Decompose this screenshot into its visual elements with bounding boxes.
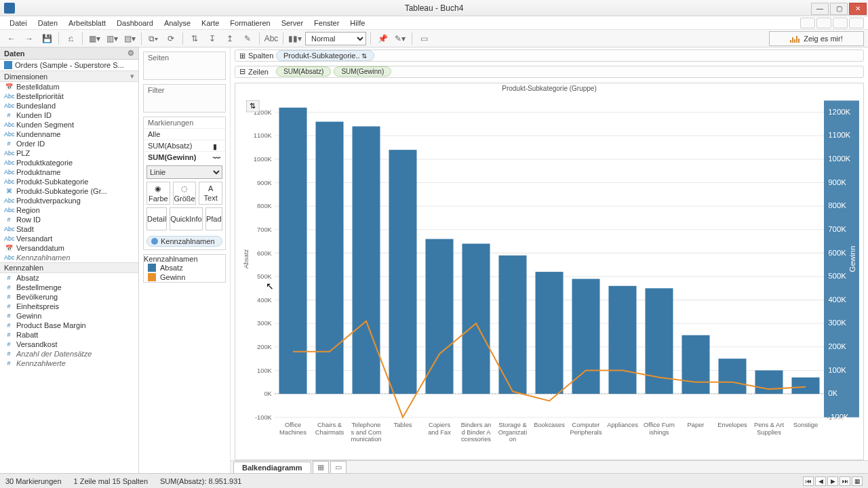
- field-product-base-margin[interactable]: #Product Base Margin: [0, 321, 138, 330]
- marks-absatz[interactable]: SUM(Absatz)▮: [144, 140, 225, 151]
- mark-type-select[interactable]: Linie: [146, 165, 222, 179]
- present-button[interactable]: ▭: [416, 32, 431, 45]
- field-bestelldatum[interactable]: 📅Bestelldatum: [0, 82, 138, 92]
- menu-daten[interactable]: Daten: [33, 18, 63, 28]
- pages-shelf[interactable]: Seiten: [143, 52, 226, 80]
- filter-shelf[interactable]: Filter: [143, 84, 226, 113]
- field-row-id[interactable]: #Row ID: [0, 215, 138, 224]
- maximize-button[interactable]: ▢: [830, 3, 848, 15]
- rows-pill-absatz[interactable]: SUM(Absatz): [276, 66, 331, 77]
- group-button[interactable]: ▮▮▾: [288, 32, 302, 45]
- highlight-button[interactable]: ✎: [240, 32, 255, 45]
- new-ws-button[interactable]: ▥▾: [104, 32, 119, 45]
- marks-all[interactable]: Alle: [144, 128, 225, 140]
- menu-formatieren[interactable]: Formatieren: [224, 18, 275, 28]
- num-icon: #: [4, 284, 14, 291]
- field-versandkost[interactable]: #Versandkost: [0, 340, 138, 349]
- sort-desc-button[interactable]: ↥: [222, 32, 237, 45]
- field-kennzahlwerte[interactable]: #Kennzahlwerte: [0, 359, 138, 368]
- new-db-button[interactable]: ▤▾: [122, 32, 137, 45]
- field-region[interactable]: AbcRegion: [0, 205, 138, 215]
- show-me-button[interactable]: Zeig es mir!: [769, 31, 864, 46]
- tooltip-card[interactable]: QuickInfo: [170, 207, 202, 230]
- field-bestellpriorit-t[interactable]: AbcBestellpriorität: [0, 92, 138, 101]
- new-dashboard-button[interactable]: ▭: [330, 461, 347, 473]
- field-stadt[interactable]: AbcStadt: [0, 224, 138, 234]
- menu-analyse[interactable]: Analyse: [159, 18, 196, 28]
- menu-datei[interactable]: Datei: [4, 18, 33, 28]
- field-versandart[interactable]: AbcVersandart: [0, 234, 138, 243]
- nav-prev[interactable]: ◀: [815, 476, 826, 486]
- close-button[interactable]: ✕: [849, 3, 867, 15]
- marks-gewinn[interactable]: SUM(Gewinn)〰: [144, 151, 225, 163]
- field-kennzahlnamen[interactable]: AbcKennzahlnamen: [0, 253, 138, 262]
- num-icon: #: [4, 140, 14, 147]
- color-pill[interactable]: Kennzahlnamen: [146, 236, 222, 247]
- path-card[interactable]: Pfad: [205, 207, 222, 230]
- help-icon-1[interactable]: [800, 18, 815, 28]
- sort-asc-button[interactable]: ↧: [205, 32, 220, 45]
- chart[interactable]: Produkt-Subkategorie (Gruppe) 1200K1200K…: [235, 83, 864, 460]
- menu-hilfe[interactable]: Hilfe: [344, 18, 370, 28]
- help-icon-4[interactable]: [849, 18, 864, 28]
- back-button[interactable]: ←: [4, 32, 19, 45]
- size-card[interactable]: ◌Größe: [173, 182, 197, 205]
- gear-icon[interactable]: ⚙: [127, 49, 134, 58]
- field-kunden-id[interactable]: #Kunden ID: [0, 110, 138, 120]
- menu-fenster[interactable]: Fenster: [309, 18, 344, 28]
- menu-karte[interactable]: Karte: [196, 18, 224, 28]
- save-button[interactable]: 💾: [39, 32, 54, 45]
- worksheet-button[interactable]: ✎▾: [393, 32, 408, 45]
- field-versanddatum[interactable]: 📅Versanddatum: [0, 243, 138, 253]
- field-produktname[interactable]: AbcProduktname: [0, 167, 138, 177]
- field-bestellmenge[interactable]: #Bestellmenge: [0, 283, 138, 292]
- new-sheet-button[interactable]: ▦: [313, 461, 329, 473]
- nav-last[interactable]: ⏭: [840, 476, 850, 486]
- help-icon-3[interactable]: [833, 18, 848, 28]
- minimize-button[interactable]: —: [811, 3, 829, 15]
- sheet-tab[interactable]: Balkendiagramm: [233, 462, 311, 473]
- field-bev-lkerung[interactable]: #Bevölkerung: [0, 292, 138, 302]
- swap-button[interactable]: ⇅: [187, 32, 202, 45]
- pin-button[interactable]: 📌: [375, 32, 390, 45]
- nav-menu[interactable]: ▦: [852, 476, 863, 486]
- field-order-id[interactable]: #Order ID: [0, 139, 138, 148]
- forward-button[interactable]: →: [22, 32, 37, 45]
- legend-absatz[interactable]: Absatz: [144, 263, 225, 272]
- field-produktverpackung[interactable]: AbcProduktverpackung: [0, 196, 138, 205]
- menu-dashboard[interactable]: Dashboard: [111, 18, 159, 28]
- menu-arbeitsblatt[interactable]: Arbeitsblatt: [63, 18, 111, 28]
- undo-button[interactable]: ⎌: [63, 32, 78, 45]
- dup-button[interactable]: ⧉▾: [146, 32, 161, 45]
- field-rabatt[interactable]: #Rabatt: [0, 330, 138, 340]
- field-gewinn[interactable]: #Gewinn: [0, 311, 138, 321]
- columns-pill[interactable]: Produkt-Subkategorie.. ⇅: [276, 50, 374, 61]
- label-button[interactable]: Abc: [264, 32, 279, 45]
- field-einheitspreis[interactable]: #Einheitspreis: [0, 302, 138, 311]
- columns-shelf[interactable]: ⊞Spalten Produkt-Subkategorie.. ⇅: [235, 49, 864, 62]
- menu-server[interactable]: Server: [276, 18, 309, 28]
- field-absatz[interactable]: #Absatz: [0, 273, 138, 283]
- field-kundenname[interactable]: AbcKundenname: [0, 129, 138, 139]
- fit-select[interactable]: Normal: [305, 32, 366, 45]
- nav-next[interactable]: ▶: [827, 476, 838, 486]
- field-produkt-subkategorie-gr-[interactable]: ⌘Produkt-Subkategorie (Gr...: [0, 186, 138, 196]
- rows-pill-gewinn[interactable]: SUM(Gewinn): [334, 66, 391, 77]
- connect-button[interactable]: ▦▾: [87, 32, 102, 45]
- field-produkt-subkategorie[interactable]: AbcProdukt-Subkategorie: [0, 177, 138, 186]
- field-produktkategorie[interactable]: AbcProduktkategorie: [0, 158, 138, 167]
- text-card[interactable]: AText: [199, 182, 222, 205]
- rows-shelf[interactable]: ⊟Zeilen SUM(Absatz) SUM(Gewinn): [235, 66, 864, 78]
- field-kunden-segment[interactable]: AbcKunden Segment: [0, 120, 138, 129]
- field-plz[interactable]: AbcPLZ: [0, 148, 138, 158]
- datasource[interactable]: Orders (Sample - Superstore S...: [0, 60, 138, 70]
- field-bundesland[interactable]: AbcBundesland: [0, 101, 138, 110]
- color-card[interactable]: ◉Farbe: [146, 182, 170, 205]
- num-icon: #: [4, 112, 14, 119]
- field-anzahl-der-datens-tze[interactable]: #Anzahl der Datensätze: [0, 349, 138, 359]
- nav-first[interactable]: ⏮: [803, 476, 814, 486]
- help-icon-2[interactable]: [816, 18, 831, 28]
- detail-card[interactable]: Detail: [146, 207, 167, 230]
- refresh-button[interactable]: ⟳: [163, 32, 178, 45]
- legend-gewinn[interactable]: Gewinn: [144, 272, 225, 282]
